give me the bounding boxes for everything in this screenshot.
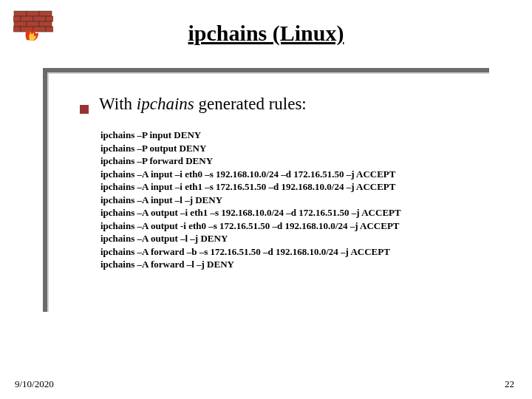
rule-line: ipchains –A output –i eth1 –s 192.168.10… [100, 206, 471, 219]
page-title: ipchains (Linux) [13, 21, 519, 46]
rule-line: ipchains –A forward –l –j DENY [100, 258, 471, 271]
rule-line: ipchains –A output –l –j DENY [100, 232, 471, 245]
rule-line: ipchains –P forward DENY [100, 154, 471, 168]
rule-line: ipchains –A input –i eth0 –s 192.168.10.… [100, 168, 471, 181]
footer-page-number: 22 [505, 378, 514, 390]
svg-rect-2 [39, 11, 52, 16]
firewall-logo [13, 10, 53, 41]
svg-rect-10 [13, 27, 21, 32]
bullet-text: With ipchains generated rules: [99, 95, 307, 114]
svg-rect-9 [39, 21, 52, 27]
rule-line: ipchains –P output DENY [100, 142, 471, 155]
bullet-italic: ipchains [137, 95, 194, 113]
rule-line: ipchains –A input –l –j DENY [100, 194, 471, 207]
rule-line: ipchains –A forward –b –s 172.16.51.50 –… [100, 245, 471, 259]
bullet-icon [80, 105, 89, 114]
bullet-item: With ipchains generated rules: [80, 95, 471, 114]
svg-rect-7 [14, 21, 27, 27]
svg-rect-5 [33, 16, 46, 21]
svg-rect-1 [27, 11, 39, 16]
svg-rect-4 [21, 16, 33, 21]
content-frame: With ipchains generated rules: ipchains … [43, 68, 489, 312]
rules-block: ipchains –P input DENY ipchains –P outpu… [100, 129, 471, 271]
bullet-suffix: generated rules: [194, 95, 307, 113]
svg-rect-8 [27, 21, 39, 27]
rule-line: ipchains –P input DENY [100, 129, 471, 142]
bullet-prefix: With [99, 95, 137, 113]
svg-rect-6 [46, 16, 53, 21]
svg-rect-13 [46, 27, 53, 32]
svg-rect-0 [14, 11, 27, 16]
slide: ipchains (Linux) With ipchains generated… [0, 0, 532, 399]
rule-line: ipchains –A output -i eth0 –s 172.16.51.… [100, 219, 471, 233]
svg-rect-3 [13, 16, 21, 21]
footer-date: 9/10/2020 [15, 378, 54, 390]
rule-line: ipchains –A input –i eth1 –s 172.16.51.5… [100, 180, 471, 194]
